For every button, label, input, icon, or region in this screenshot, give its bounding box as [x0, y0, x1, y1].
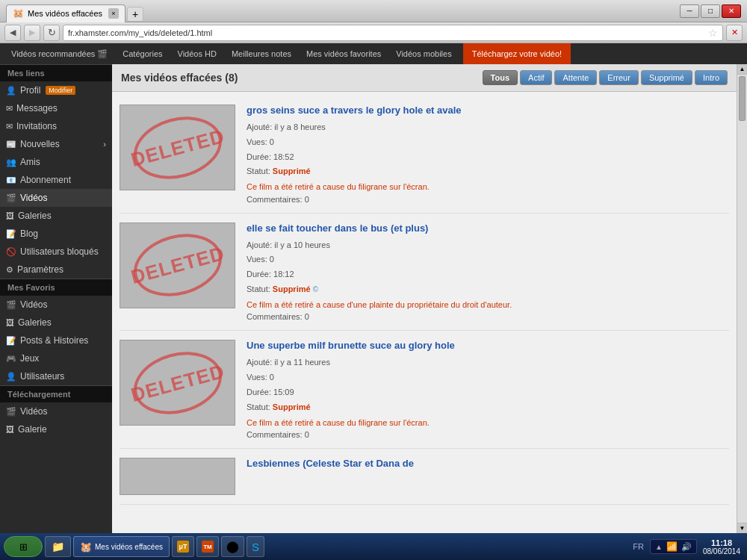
windows-logo: ⊞	[19, 541, 28, 553]
blockes-icon: 🚫	[6, 247, 16, 257]
explorer-icon: 📁	[52, 541, 64, 553]
video-status: Statut: Supprimé ©	[247, 282, 729, 297]
taskbar-item-chrome[interactable]: ⬤	[221, 536, 244, 557]
fav-videos-icon: 🎬	[6, 300, 16, 310]
sidebar-item-invitations[interactable]: ✉ Invitations	[0, 117, 112, 135]
nav-label-categories: Catégories	[123, 49, 162, 58]
video-thumbnail[interactable]: DELETED	[120, 223, 235, 308]
video-thumbnail[interactable]: DELETED	[120, 105, 235, 190]
tab-close-icon[interactable]: ×	[108, 8, 119, 19]
sidebar-item-jeux[interactable]: 🎮 Jeux	[0, 349, 112, 367]
sidebar-item-parametres[interactable]: ⚙ Paramètres	[0, 261, 112, 279]
sidebar-item-galeries[interactable]: 🖼 Galeries	[0, 207, 112, 225]
sidebar-item-profil[interactable]: 👤 Profil Modifier	[0, 81, 112, 99]
filter-tous[interactable]: Tous	[483, 70, 518, 85]
sidebar-item-fav-videos[interactable]: 🎬 Vidéos	[0, 296, 112, 314]
minimize-button[interactable]: ─	[680, 4, 699, 18]
utilisateurs-icon: 👤	[6, 372, 16, 382]
sidebar-item-fav-galeries[interactable]: 🖼 Galeries	[0, 314, 112, 332]
tab-title: Mes vidéos effacées	[28, 9, 105, 18]
sidebar-item-dl-videos[interactable]: 🎬 Vidéos	[0, 402, 112, 420]
sidebar-item-abonnement[interactable]: 📧 Abonnement	[0, 171, 112, 189]
address-bar[interactable]: fr.xhamster.com/my_vids/deleted/1.html ☆	[63, 25, 723, 41]
status-deleted-badge: Supprimé	[273, 284, 311, 293]
video-title[interactable]: gros seins suce a travers le glory hole …	[247, 105, 729, 116]
video-reason: Ce film a été retiré a cause du filigran…	[247, 417, 729, 429]
sidebar-item-blockes[interactable]: 🚫 Utilisateurs bloqués	[0, 243, 112, 261]
new-tab-button[interactable]: +	[127, 7, 143, 22]
close-button[interactable]: ✕	[722, 4, 741, 18]
video-title[interactable]: Une superbe milf brunette suce au glory …	[247, 340, 729, 351]
sidebar-item-blog[interactable]: 📝 Blog	[0, 225, 112, 243]
filter-attente[interactable]: Attente	[554, 70, 597, 85]
start-button[interactable]: ⊞	[4, 536, 43, 557]
taskbar-item-browser[interactable]: 🐹 Mes vidéos effacées	[73, 536, 170, 557]
scrollbar-up[interactable]: ▲	[737, 64, 747, 75]
filter-supprime[interactable]: Supprimé	[641, 70, 692, 85]
sidebar-label-dl-galerie: Galerie	[18, 424, 47, 435]
scrollbar-down[interactable]: ▼	[737, 523, 747, 533]
sidebar-label-blog: Blog	[20, 228, 38, 239]
filter-erreur[interactable]: Erreur	[599, 70, 639, 85]
nav-item-hd[interactable]: Vidéos HD	[170, 43, 224, 64]
video-duration: Durée: 18:12	[247, 267, 729, 282]
sidebar-item-nouvelles[interactable]: 📰 Nouvelles ›	[0, 135, 112, 153]
video-title[interactable]: elle se fait toucher dans le bus (et plu…	[247, 223, 729, 234]
scrollbar-track[interactable]: ▲ ▼	[737, 64, 747, 533]
sidebar-label-nouvelles: Nouvelles	[20, 139, 60, 149]
sidebar-item-posts[interactable]: 📝 Posts & Histoires	[0, 332, 112, 349]
galeries-icon: 🖼	[6, 211, 14, 220]
video-thumbnail[interactable]: DELETED	[120, 340, 235, 426]
sidebar-item-utilisateurs[interactable]: 👤 Utilisateurs	[0, 367, 112, 385]
nav-item-mobile[interactable]: Vidéos mobiles	[388, 43, 459, 64]
nav-item-recommended[interactable]: Vidéos recommandées 🎬	[4, 43, 115, 64]
close-tab-icon[interactable]: ✕	[726, 25, 743, 41]
video-title[interactable]: Lesbiennes (Celeste Star et Dana de	[247, 458, 729, 469]
profile-icon: 👤	[6, 86, 16, 96]
back-button[interactable]: ◀	[4, 25, 21, 41]
taskbar-item-explorer[interactable]: 📁	[45, 536, 71, 557]
nav-item-upload[interactable]: Téléchargez votre vidéo!	[463, 43, 571, 64]
sidebar-section-mes-liens: Mes liens	[0, 64, 112, 81]
taskbar-right: FR ▲ 📶 🔊 11:18 08/06/2014	[630, 538, 743, 556]
nouvelles-arrow: ›	[103, 140, 106, 149]
tray-arrow[interactable]: ▲	[655, 543, 663, 551]
navbar: Vidéos recommandées 🎬 Catégories Vidéos …	[0, 43, 747, 64]
status-deleted-badge: Supprimé	[273, 167, 311, 175]
taskbar-item-skype[interactable]: S	[247, 536, 264, 557]
scrollbar-thumb[interactable]	[739, 76, 746, 121]
maximize-button[interactable]: □	[701, 4, 720, 18]
sidebar-item-messages[interactable]: ✉ Messages	[0, 99, 112, 117]
sidebar-item-videos[interactable]: 🎬 Vidéos	[0, 189, 112, 207]
video-duration: Durée: 18:52	[247, 150, 729, 165]
nav-item-favorites[interactable]: Mes vidéos favorites	[299, 43, 388, 64]
nav-item-categories[interactable]: Catégories	[115, 43, 170, 64]
browser-icon: 🐹	[80, 541, 92, 553]
nav-item-top[interactable]: Meilleures notes	[224, 43, 299, 64]
sidebar-item-dl-galerie[interactable]: 🖼 Galerie	[0, 420, 112, 438]
video-thumbnail[interactable]	[120, 458, 235, 495]
dl-galerie-icon: 🖼	[6, 425, 14, 434]
filter-intro[interactable]: Intro	[695, 70, 728, 85]
modify-badge[interactable]: Modifier	[46, 86, 75, 95]
nav-label-favorites: Mes vidéos favorites	[306, 49, 381, 58]
filter-actif[interactable]: Actif	[520, 70, 552, 85]
video-added: Ajouté: il y a 11 heures	[247, 355, 729, 370]
browser-tab-active[interactable]: 🐹 Mes vidéos effacées ×	[6, 4, 125, 22]
nav-label-mobile: Vidéos mobiles	[396, 49, 451, 58]
deleted-overlay: DELETED	[120, 223, 235, 308]
video-info: Une superbe milf brunette suce au glory …	[247, 340, 729, 439]
tm-icon: TM	[202, 541, 214, 553]
taskbar-item-utorrent[interactable]: μT	[172, 536, 194, 557]
deleted-stamp: DELETED	[126, 107, 229, 187]
sidebar-label-abonnement: Abonnement	[20, 175, 71, 185]
browser-chrome: ◀ ▶ ↻ fr.xhamster.com/my_vids/deleted/1.…	[0, 22, 747, 43]
star-icon[interactable]: ☆	[708, 27, 718, 39]
reload-button[interactable]: ↻	[43, 25, 60, 41]
nav-label-top: Meilleures notes	[232, 49, 291, 58]
video-info: gros seins suce a travers le glory hole …	[247, 105, 729, 204]
video-reason: Ce film a été retiré a cause du filigran…	[247, 181, 729, 193]
forward-button[interactable]: ▶	[24, 25, 40, 41]
taskbar-item-tm[interactable]: TM	[196, 536, 219, 557]
sidebar-item-amis[interactable]: 👥 Amis	[0, 153, 112, 171]
